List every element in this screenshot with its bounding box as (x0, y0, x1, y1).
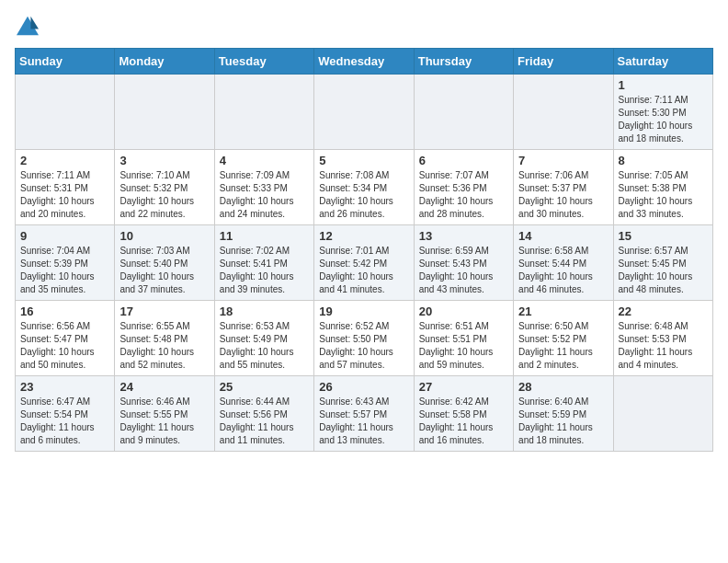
day-info: Sunrise: 6:55 AM Sunset: 5:48 PM Dayligh… (119, 320, 209, 372)
day-number: 6 (419, 154, 508, 167)
calendar-cell: 9Sunrise: 7:04 AM Sunset: 5:39 PM Daylig… (16, 225, 115, 301)
calendar-cell: 10Sunrise: 7:03 AM Sunset: 5:40 PM Dayli… (115, 225, 214, 301)
day-number: 8 (619, 154, 708, 167)
day-number: 5 (319, 154, 408, 167)
calendar-cell (514, 75, 613, 150)
day-number: 20 (419, 304, 508, 318)
calendar-cell: 16Sunrise: 6:56 AM Sunset: 5:47 PM Dayli… (16, 301, 115, 376)
day-number: 1 (619, 78, 708, 92)
calendar-cell: 26Sunrise: 6:43 AM Sunset: 5:57 PM Dayli… (314, 376, 414, 452)
calendar-cell (414, 75, 513, 150)
calendar-cell: 21Sunrise: 6:50 AM Sunset: 5:52 PM Dayli… (514, 301, 613, 376)
day-header-wednesday: Wednesday (314, 49, 414, 75)
page-header (15, 15, 713, 37)
day-info: Sunrise: 6:51 AM Sunset: 5:51 PM Dayligh… (419, 320, 508, 372)
calendar-cell: 23Sunrise: 6:47 AM Sunset: 5:54 PM Dayli… (16, 376, 115, 452)
day-info: Sunrise: 6:43 AM Sunset: 5:57 PM Dayligh… (319, 396, 408, 447)
calendar-cell: 7Sunrise: 7:06 AM Sunset: 5:37 PM Daylig… (514, 150, 613, 225)
day-info: Sunrise: 6:46 AM Sunset: 5:55 PM Dayligh… (119, 396, 209, 447)
day-number: 24 (119, 380, 209, 394)
day-info: Sunrise: 7:09 AM Sunset: 5:33 PM Dayligh… (220, 169, 309, 221)
day-info: Sunrise: 7:08 AM Sunset: 5:34 PM Dayligh… (319, 169, 408, 221)
day-number: 9 (20, 229, 109, 243)
day-number: 16 (20, 304, 109, 318)
day-header-friday: Friday (514, 49, 613, 75)
calendar-cell: 5Sunrise: 7:08 AM Sunset: 5:34 PM Daylig… (314, 150, 414, 225)
calendar-cell (16, 75, 115, 150)
day-info: Sunrise: 7:06 AM Sunset: 5:37 PM Dayligh… (518, 169, 608, 221)
day-info: Sunrise: 6:53 AM Sunset: 5:49 PM Dayligh… (220, 320, 309, 372)
day-info: Sunrise: 6:52 AM Sunset: 5:50 PM Dayligh… (319, 320, 408, 372)
calendar-header-row: SundayMondayTuesdayWednesdayThursdayFrid… (16, 49, 713, 75)
calendar-cell: 24Sunrise: 6:46 AM Sunset: 5:55 PM Dayli… (115, 376, 214, 452)
day-header-monday: Monday (115, 49, 214, 75)
day-number: 13 (419, 229, 508, 243)
day-info: Sunrise: 7:02 AM Sunset: 5:41 PM Dayligh… (220, 245, 309, 296)
day-number: 12 (319, 229, 408, 243)
calendar-cell: 28Sunrise: 6:40 AM Sunset: 5:59 PM Dayli… (514, 376, 613, 452)
day-header-sunday: Sunday (16, 49, 115, 75)
day-number: 2 (20, 154, 109, 167)
calendar-cell: 1Sunrise: 7:11 AM Sunset: 5:30 PM Daylig… (613, 75, 712, 150)
day-number: 11 (220, 229, 309, 243)
day-number: 26 (319, 380, 408, 394)
day-info: Sunrise: 6:44 AM Sunset: 5:56 PM Dayligh… (220, 396, 309, 447)
day-info: Sunrise: 6:42 AM Sunset: 5:58 PM Dayligh… (419, 396, 508, 447)
day-info: Sunrise: 6:50 AM Sunset: 5:52 PM Dayligh… (518, 320, 608, 372)
day-info: Sunrise: 7:05 AM Sunset: 5:38 PM Dayligh… (619, 169, 708, 221)
calendar-cell: 11Sunrise: 7:02 AM Sunset: 5:41 PM Dayli… (214, 225, 313, 301)
day-number: 14 (518, 229, 608, 243)
calendar-cell: 22Sunrise: 6:48 AM Sunset: 5:53 PM Dayli… (613, 301, 712, 376)
day-info: Sunrise: 7:01 AM Sunset: 5:42 PM Dayligh… (319, 245, 408, 296)
day-info: Sunrise: 6:57 AM Sunset: 5:45 PM Dayligh… (619, 245, 708, 296)
calendar-cell: 15Sunrise: 6:57 AM Sunset: 5:45 PM Dayli… (613, 225, 712, 301)
day-header-tuesday: Tuesday (214, 49, 313, 75)
day-number: 19 (319, 304, 408, 318)
logo (15, 15, 44, 37)
calendar-cell: 3Sunrise: 7:10 AM Sunset: 5:32 PM Daylig… (115, 150, 214, 225)
day-number: 10 (119, 229, 209, 243)
day-info: Sunrise: 7:11 AM Sunset: 5:31 PM Dayligh… (20, 169, 109, 221)
calendar-cell: 20Sunrise: 6:51 AM Sunset: 5:51 PM Dayli… (414, 301, 513, 376)
day-info: Sunrise: 6:59 AM Sunset: 5:43 PM Dayligh… (419, 245, 508, 296)
day-number: 17 (119, 304, 209, 318)
day-info: Sunrise: 6:58 AM Sunset: 5:44 PM Dayligh… (518, 245, 608, 296)
calendar-cell: 25Sunrise: 6:44 AM Sunset: 5:56 PM Dayli… (214, 376, 313, 452)
calendar-cell: 18Sunrise: 6:53 AM Sunset: 5:49 PM Dayli… (214, 301, 313, 376)
calendar-week-row: 16Sunrise: 6:56 AM Sunset: 5:47 PM Dayli… (16, 301, 713, 376)
calendar-week-row: 2Sunrise: 7:11 AM Sunset: 5:31 PM Daylig… (16, 150, 713, 225)
day-number: 28 (518, 380, 608, 394)
calendar-cell (613, 376, 712, 452)
day-info: Sunrise: 6:47 AM Sunset: 5:54 PM Dayligh… (20, 396, 109, 447)
calendar-cell: 17Sunrise: 6:55 AM Sunset: 5:48 PM Dayli… (115, 301, 214, 376)
calendar-week-row: 9Sunrise: 7:04 AM Sunset: 5:39 PM Daylig… (16, 225, 713, 301)
day-number: 15 (619, 229, 708, 243)
day-info: Sunrise: 7:03 AM Sunset: 5:40 PM Dayligh… (119, 245, 209, 296)
calendar-cell: 4Sunrise: 7:09 AM Sunset: 5:33 PM Daylig… (214, 150, 313, 225)
calendar: SundayMondayTuesdayWednesdayThursdayFrid… (15, 48, 713, 452)
day-number: 25 (220, 380, 309, 394)
day-info: Sunrise: 6:48 AM Sunset: 5:53 PM Dayligh… (619, 320, 708, 372)
day-info: Sunrise: 7:04 AM Sunset: 5:39 PM Dayligh… (20, 245, 109, 296)
day-number: 7 (518, 154, 608, 167)
day-info: Sunrise: 7:07 AM Sunset: 5:36 PM Dayligh… (419, 169, 508, 221)
calendar-cell: 14Sunrise: 6:58 AM Sunset: 5:44 PM Dayli… (514, 225, 613, 301)
day-info: Sunrise: 6:56 AM Sunset: 5:47 PM Dayligh… (20, 320, 109, 372)
day-header-thursday: Thursday (414, 49, 513, 75)
logo-icon (15, 15, 40, 37)
day-number: 21 (518, 304, 608, 318)
svg-marker-1 (30, 17, 39, 29)
calendar-cell (214, 75, 313, 150)
calendar-cell (115, 75, 214, 150)
calendar-cell: 2Sunrise: 7:11 AM Sunset: 5:31 PM Daylig… (16, 150, 115, 225)
day-number: 27 (419, 380, 508, 394)
calendar-cell: 27Sunrise: 6:42 AM Sunset: 5:58 PM Dayli… (414, 376, 513, 452)
day-number: 23 (20, 380, 109, 394)
calendar-cell: 12Sunrise: 7:01 AM Sunset: 5:42 PM Dayli… (314, 225, 414, 301)
day-info: Sunrise: 6:40 AM Sunset: 5:59 PM Dayligh… (518, 396, 608, 447)
day-info: Sunrise: 7:11 AM Sunset: 5:30 PM Dayligh… (619, 94, 708, 145)
calendar-cell: 8Sunrise: 7:05 AM Sunset: 5:38 PM Daylig… (613, 150, 712, 225)
calendar-week-row: 1Sunrise: 7:11 AM Sunset: 5:30 PM Daylig… (16, 75, 713, 150)
calendar-cell: 6Sunrise: 7:07 AM Sunset: 5:36 PM Daylig… (414, 150, 513, 225)
day-header-saturday: Saturday (613, 49, 712, 75)
